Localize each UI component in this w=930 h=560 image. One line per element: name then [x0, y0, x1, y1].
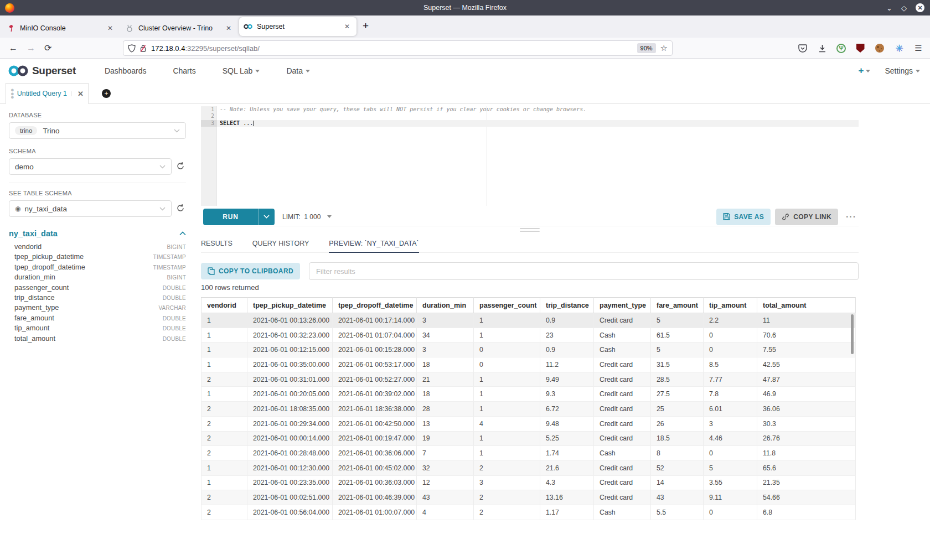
editor-line[interactable]: 1-- Note: Unless you save your query, th…: [201, 106, 859, 113]
column-header[interactable]: payment_type: [594, 298, 651, 313]
drag-grip-icon[interactable]: ●●●: [11, 88, 14, 99]
schema-column-row[interactable]: tip_amountDOUBLE: [9, 324, 186, 334]
editor-line[interactable]: 3SELECT ...: [201, 120, 859, 127]
cookie-extension-icon[interactable]: [875, 43, 885, 53]
schema-column-row[interactable]: vendoridBIGINT: [9, 242, 186, 252]
table-cell: 9.11: [704, 490, 757, 505]
limit-dropdown[interactable]: LIMIT: 1 000: [282, 213, 321, 221]
schema-column-row[interactable]: tpep_pickup_datetimeTIMESTAMP: [9, 252, 186, 262]
tab-close-icon[interactable]: ✕: [224, 23, 234, 33]
nav-data[interactable]: Data: [273, 66, 323, 75]
schema-column-row[interactable]: total_amountDOUBLE: [9, 334, 186, 344]
nav-dashboards[interactable]: Dashboards: [91, 66, 160, 75]
run-button[interactable]: RUN: [203, 209, 275, 225]
column-header[interactable]: vendorid: [202, 298, 247, 313]
column-name: payment_type: [14, 303, 59, 312]
table-row[interactable]: 22021-06-01 00:31:01.0002021-06-01 00:52…: [202, 372, 856, 387]
browser-tab-trino[interactable]: Cluster Overview - Trino ✕: [121, 19, 238, 38]
browser-tab-superset[interactable]: Superset ✕: [239, 17, 356, 36]
close-window-icon[interactable]: ✕: [916, 3, 924, 12]
settings-menu[interactable]: Settings: [885, 66, 920, 75]
table-scrollbar[interactable]: [851, 314, 854, 354]
table-cell: 1: [474, 402, 540, 417]
more-actions-button[interactable]: ···: [846, 212, 856, 222]
shield-icon[interactable]: [128, 44, 136, 53]
url-bar[interactable]: 172.18.0.4:32295/superset/sqllab/ 90% ☆: [123, 40, 673, 56]
collapse-chevron-icon[interactable]: [179, 231, 186, 236]
refresh-table-icon[interactable]: [176, 204, 186, 214]
table-row[interactable]: 22021-06-01 00:00:14.0002021-06-01 00:19…: [202, 431, 856, 446]
broken-lock-icon[interactable]: [140, 44, 147, 53]
schema-column-row[interactable]: passenger_countDOUBLE: [9, 283, 186, 293]
schema-table-name[interactable]: ny_taxi_data: [9, 229, 58, 238]
new-item-button[interactable]: +: [858, 65, 870, 76]
table-row[interactable]: 22021-06-01 00:02:51.0002021-06-01 00:46…: [202, 490, 856, 505]
reload-icon[interactable]: ⟳: [44, 43, 51, 53]
table-row[interactable]: 12021-06-01 00:12:30.0002021-06-01 00:45…: [202, 460, 856, 475]
table-row[interactable]: 22021-06-01 00:28:48.0002021-06-01 00:36…: [202, 446, 856, 461]
url-text[interactable]: 172.18.0.4:32295/superset/sqllab/: [151, 44, 637, 53]
superset-brand[interactable]: Superset: [8, 65, 76, 77]
asterisk-extension-icon[interactable]: ✳: [894, 43, 904, 53]
table-row[interactable]: 12021-06-01 00:35:00.0002021-06-01 00:53…: [202, 357, 856, 372]
editor-line[interactable]: 2: [201, 113, 859, 120]
browser-tab-minio[interactable]: MinIO Console ✕: [2, 19, 120, 38]
table-row[interactable]: 12021-06-01 00:20:05.0002021-06-01 00:39…: [202, 387, 856, 402]
pane-resize-handle[interactable]: [520, 228, 540, 234]
schema-column-row[interactable]: tpep_dropoff_datetimeTIMESTAMP: [9, 263, 186, 273]
table-row[interactable]: 12021-06-01 00:32:23.0002021-06-01 01:07…: [202, 328, 856, 343]
column-header[interactable]: duration_min: [417, 298, 474, 313]
schema-column-row[interactable]: trip_distanceDOUBLE: [9, 293, 186, 303]
results-tab-preview[interactable]: PREVIEW: `NY_TAXI_DATA`: [329, 237, 418, 252]
hamburger-menu-icon[interactable]: ☰: [913, 43, 923, 53]
run-options-chevron-icon[interactable]: [259, 209, 275, 225]
table-row[interactable]: 12021-06-01 00:13:26.0002021-06-01 00:17…: [202, 313, 856, 328]
table-select[interactable]: ◉ ny_taxi_data: [9, 200, 172, 217]
database-select[interactable]: trino Trino: [9, 122, 186, 139]
copy-link-button[interactable]: COPY LINK: [775, 209, 838, 225]
add-query-tab-button[interactable]: +: [102, 89, 111, 98]
nav-sql-lab[interactable]: SQL Lab: [209, 66, 273, 75]
back-icon[interactable]: ←: [9, 43, 18, 53]
schema-column-row[interactable]: payment_typeVARCHAR: [9, 303, 186, 313]
results-tab-results[interactable]: RESULTS: [201, 237, 232, 252]
table-row[interactable]: 22021-06-01 00:56:04.0002021-06-01 01:00…: [202, 505, 856, 520]
green-extension-icon[interactable]: Ψ: [836, 44, 846, 53]
table-cell: 2021-06-01 00:35:00.000: [247, 357, 333, 372]
column-header[interactable]: fare_amount: [651, 298, 704, 313]
maximize-icon[interactable]: ◇: [901, 4, 907, 12]
new-tab-button[interactable]: +: [363, 20, 369, 32]
zoom-level-badge[interactable]: 90%: [637, 43, 656, 53]
minimize-icon[interactable]: ⌄: [886, 4, 892, 12]
column-header[interactable]: tpep_dropoff_datetime: [333, 298, 417, 313]
query-tab-untitled[interactable]: ●●● Untitled Query 1 ✕: [6, 83, 89, 104]
results-tab-query[interactable]: QUERY HISTORY: [252, 237, 309, 252]
nav-charts[interactable]: Charts: [159, 66, 209, 75]
schema-select[interactable]: demo: [9, 158, 172, 175]
table-row[interactable]: 12021-06-01 00:23:35.0002021-06-01 00:36…: [202, 475, 856, 490]
column-header[interactable]: total_amount: [757, 298, 856, 313]
tab-close-icon[interactable]: ✕: [342, 22, 352, 32]
column-header[interactable]: tip_amount: [704, 298, 757, 313]
table-row[interactable]: 22021-06-01 00:29:34.0002021-06-01 00:42…: [202, 416, 856, 431]
pocket-icon[interactable]: [798, 43, 808, 53]
run-label[interactable]: RUN: [203, 209, 259, 225]
ublock-origin-icon[interactable]: [855, 43, 865, 53]
column-header[interactable]: trip_distance: [540, 298, 594, 313]
schema-column-row[interactable]: duration_minBIGINT: [9, 273, 186, 283]
copy-to-clipboard-button[interactable]: COPY TO CLIPBOARD: [201, 263, 300, 279]
forward-icon[interactable]: →: [27, 43, 35, 53]
tab-close-icon[interactable]: ✕: [105, 23, 115, 33]
column-header[interactable]: passenger_count: [474, 298, 540, 313]
refresh-schema-icon[interactable]: [176, 162, 186, 172]
table-row[interactable]: 22021-06-01 18:08:35.0002021-06-01 18:36…: [202, 402, 856, 417]
table-row[interactable]: 12021-06-01 00:12:15.0002021-06-01 00:15…: [202, 343, 856, 357]
sql-editor[interactable]: 1-- Note: Unless you save your query, th…: [201, 106, 859, 206]
query-tab-close-icon[interactable]: ✕: [78, 90, 84, 98]
downloads-icon[interactable]: [817, 43, 827, 53]
schema-column-row[interactable]: fare_amountDOUBLE: [9, 314, 186, 324]
save-as-button[interactable]: SAVE AS: [716, 209, 771, 225]
column-header[interactable]: tpep_pickup_datetime: [247, 298, 333, 313]
filter-results-input[interactable]: [309, 262, 859, 280]
bookmark-star-icon[interactable]: ☆: [660, 43, 668, 53]
